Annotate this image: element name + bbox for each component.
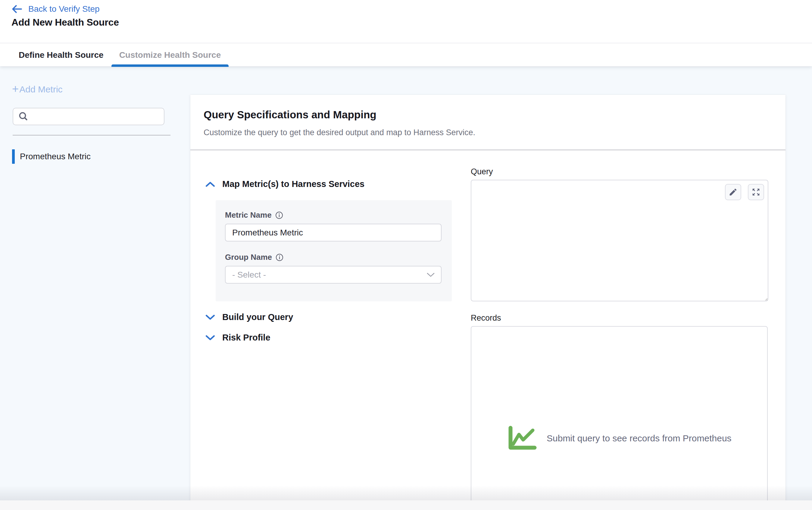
- records-panel: Submit query to see records from Prometh…: [471, 326, 768, 510]
- group-name-label-row: Group Name: [225, 252, 452, 262]
- back-link[interactable]: Back to Verify Step: [11, 4, 100, 14]
- sidebar-item-prometheus-metric[interactable]: Prometheus Metric: [12, 147, 91, 166]
- query-specifications-card: Query Specifications and Mapping Customi…: [190, 95, 785, 510]
- records-empty-text: Submit query to see records from Prometh…: [547, 433, 732, 444]
- plus-icon: +: [12, 83, 19, 94]
- page-title: Add New Health Source: [11, 17, 119, 28]
- section-map-metrics-toggle[interactable]: Map Metric(s) to Harness Services: [205, 179, 365, 189]
- metric-name-label: Metric Name: [225, 210, 272, 220]
- group-name-select[interactable]: - Select -: [225, 266, 441, 283]
- chevron-down-icon: [205, 314, 215, 320]
- page-header: Back to Verify Step Add New Health Sourc…: [0, 0, 812, 66]
- metrics-sidebar: + Add Metric Prometheus Metric: [0, 66, 190, 510]
- back-link-label: Back to Verify Step: [28, 4, 100, 14]
- add-metric-button[interactable]: + Add Metric: [12, 84, 63, 95]
- metric-search-input[interactable]: [32, 112, 159, 122]
- metric-name-input[interactable]: [225, 224, 441, 241]
- chevron-down-icon: [205, 335, 215, 341]
- line-chart-icon: [507, 425, 538, 451]
- card-heading: Query Specifications and Mapping: [204, 109, 376, 121]
- metric-search-box: [13, 108, 165, 125]
- tab-define-health-source[interactable]: Define Health Source: [11, 43, 111, 67]
- records-label: Records: [471, 313, 501, 323]
- expand-icon: [751, 187, 760, 197]
- section-map-metrics-title: Map Metric(s) to Harness Services: [222, 179, 365, 189]
- section-build-query-toggle[interactable]: Build your Query: [205, 312, 293, 322]
- metric-name-label-row: Metric Name: [225, 210, 452, 220]
- metric-item-label: Prometheus Metric: [20, 152, 91, 161]
- add-health-source-page: Back to Verify Step Add New Health Sourc…: [0, 0, 812, 510]
- card-divider: [190, 150, 785, 150]
- pencil-icon: [729, 187, 737, 197]
- selected-indicator-bar: [12, 149, 15, 164]
- section-build-query-title: Build your Query: [222, 312, 293, 322]
- chevron-up-icon: [205, 181, 215, 187]
- sidebar-divider: [13, 135, 171, 136]
- query-editor: [471, 180, 768, 301]
- info-icon[interactable]: [276, 253, 283, 261]
- group-name-label: Group Name: [225, 252, 272, 262]
- back-arrow-icon: [11, 4, 22, 13]
- tab-customize-label: Customize Health Source: [119, 50, 221, 60]
- records-empty-state: Submit query to see records from Prometh…: [507, 425, 732, 451]
- info-icon[interactable]: [275, 211, 283, 219]
- edit-query-button[interactable]: [725, 184, 741, 200]
- health-source-tabs: Define Health Source Customize Health So…: [0, 43, 812, 67]
- add-metric-label: Add Metric: [19, 84, 62, 94]
- group-name-select-value: - Select -: [232, 270, 266, 280]
- section-risk-profile-toggle[interactable]: Risk Profile: [205, 333, 270, 342]
- card-subheading: Customize the query to get the desired o…: [204, 128, 475, 137]
- query-textarea[interactable]: [471, 180, 768, 301]
- tab-customize-health-source[interactable]: Customize Health Source: [111, 43, 229, 67]
- bottom-strip: [0, 500, 812, 510]
- expand-query-button[interactable]: [748, 184, 764, 200]
- chevron-down-icon: [427, 272, 435, 277]
- map-metrics-form-panel: Metric Name Group Name: [216, 200, 452, 301]
- query-label: Query: [471, 167, 493, 176]
- search-icon: [18, 111, 29, 122]
- section-risk-profile-title: Risk Profile: [222, 333, 270, 342]
- tab-define-label: Define Health Source: [19, 50, 104, 60]
